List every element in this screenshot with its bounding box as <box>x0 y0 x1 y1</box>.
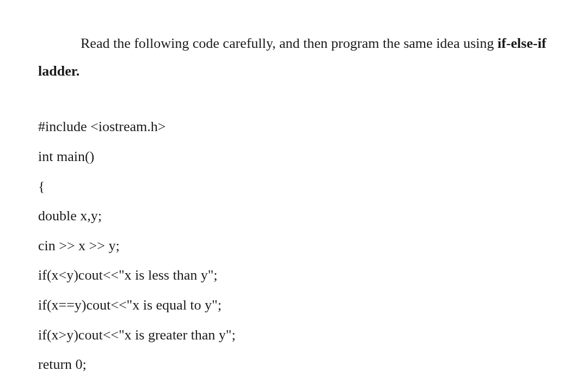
code-line: int main() <box>38 142 550 172</box>
code-line: double x,y; <box>38 201 550 231</box>
code-line: } <box>38 380 550 389</box>
code-line: if(x==y)cout<<"x is equal to y"; <box>38 291 550 320</box>
code-line: #include <iostream.h> <box>38 112 550 142</box>
code-line: if(x>y)cout<<"x is greater than y"; <box>38 320 550 350</box>
instruction-paragraph: Read the following code carefully, and t… <box>38 30 550 85</box>
code-line: cin >> x >> y; <box>38 231 550 261</box>
code-line: { <box>38 172 550 202</box>
code-block: #include <iostream.h> int main() { doubl… <box>38 112 550 389</box>
document-page: Read the following code carefully, and t… <box>0 0 588 389</box>
code-line: return 0; <box>38 350 550 380</box>
code-line: if(x<y)cout<<"x is less than y"; <box>38 261 550 291</box>
instruction-text-1: Read the following code carefully, and t… <box>81 35 498 51</box>
